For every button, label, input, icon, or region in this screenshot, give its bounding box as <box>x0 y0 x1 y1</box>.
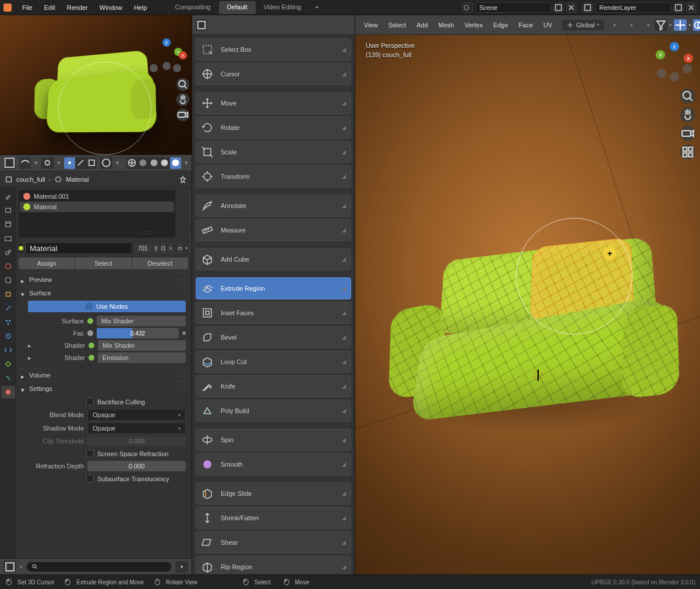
layer-new-button[interactable] <box>673 2 684 13</box>
material-slot[interactable]: Material.001 <box>20 191 174 202</box>
properties-search-input[interactable] <box>26 562 172 572</box>
panel-grip-icon[interactable]: :::: <box>178 373 186 378</box>
viewport-menu-uv[interactable]: UV <box>538 19 557 31</box>
workspace-default[interactable]: Default <box>219 1 256 14</box>
viewport-3d[interactable]: ViewSelectAddMeshVertexEdgeFaceUV Global… <box>355 15 700 574</box>
node-socket-icon[interactable] <box>87 318 93 324</box>
viewport-menu-face[interactable]: Face <box>514 19 538 31</box>
axis-neg-icon[interactable] <box>683 64 692 73</box>
tool-rip-region[interactable]: Rip Region <box>196 556 351 574</box>
extrude-gizmo-handle[interactable]: + <box>603 247 616 260</box>
shadow-mode-dropdown[interactable]: Opaque▾ <box>87 422 186 434</box>
camera-button[interactable] <box>176 108 189 121</box>
scene-browse-button[interactable] <box>462 2 473 13</box>
editor-type-button[interactable] <box>3 157 16 169</box>
new-material-button[interactable] <box>161 243 166 253</box>
list-grip-icon[interactable]: :::: <box>142 230 152 235</box>
material-slot-list[interactable]: Material.001 Material :::: <box>19 190 175 238</box>
axis-x-icon[interactable]: X <box>179 51 187 59</box>
tab-tool[interactable] <box>1 190 15 203</box>
tool-annotate[interactable]: Annotate <box>196 195 351 217</box>
tab-collection[interactable] <box>1 274 15 287</box>
preview-axis-gizmo[interactable]: Z Y X <box>150 38 183 72</box>
surface-panel-header[interactable]: ▾ Surface :::: <box>19 287 188 299</box>
workspace-compositing[interactable]: Compositing <box>167 1 219 14</box>
pan-button[interactable] <box>680 107 695 122</box>
tab-output[interactable] <box>1 218 15 231</box>
axis-neg-icon[interactable] <box>162 62 171 70</box>
axis-neg-icon[interactable] <box>173 64 181 72</box>
tool-move[interactable]: Move <box>196 92 351 114</box>
camera-view-button[interactable] <box>680 126 695 141</box>
tool-shrink-fatten[interactable]: Shrink/Fatten <box>196 507 351 529</box>
axis-z-icon[interactable]: Z <box>162 38 171 47</box>
axis-x-icon[interactable]: X <box>684 54 693 63</box>
breadcrumb-object[interactable]: couch_full <box>16 176 45 183</box>
preview-panel-header[interactable]: ▸ Preview :::: <box>19 273 188 286</box>
material-menu-button[interactable]: ▾ <box>189 213 192 224</box>
tool-shear[interactable]: Shear <box>196 531 351 553</box>
axis-neg-icon[interactable] <box>657 69 666 78</box>
deselect-button[interactable]: Deselect <box>132 258 188 269</box>
render-preview[interactable]: Z Y X <box>0 15 192 155</box>
use-nodes-button[interactable]: Use Nodes <box>28 301 186 312</box>
menu-window[interactable]: Window <box>94 2 128 13</box>
material-name-input[interactable] <box>26 242 132 254</box>
axis-z-icon[interactable]: Z <box>670 42 679 51</box>
tab-mesh[interactable] <box>1 358 15 371</box>
orientation-dropdown[interactable]: Global ▾ <box>562 20 604 30</box>
viewport-menu-view[interactable]: View <box>359 19 383 31</box>
menu-help[interactable]: Help <box>128 2 153 13</box>
volume-panel-header[interactable]: ▸ Volume :::: <box>19 369 188 382</box>
pivot-menu[interactable] <box>19 157 31 169</box>
workspace-add-button[interactable]: + <box>309 1 324 14</box>
tool-measure[interactable]: Measure <box>196 219 351 241</box>
viewport-menu-vertex[interactable]: Vertex <box>459 19 488 31</box>
refraction-depth-input[interactable]: 0.000 <box>87 461 186 471</box>
tab-world[interactable] <box>1 260 15 273</box>
blend-mode-dropdown[interactable]: Opaque▾ <box>87 409 186 421</box>
axis-y-icon[interactable]: Y <box>656 50 665 59</box>
viewport-menu-add[interactable]: Add <box>411 19 433 31</box>
panel-grip-icon[interactable]: :::: <box>178 277 186 283</box>
sst-checkbox[interactable] <box>86 475 94 482</box>
shading-wire-button[interactable] <box>126 157 137 169</box>
fac-slider[interactable]: 0.432 <box>97 328 179 338</box>
unlink-material-button[interactable] <box>168 243 174 253</box>
node-socket-icon[interactable] <box>89 355 94 361</box>
scene-delete-button[interactable] <box>566 2 577 13</box>
editor-type-selector[interactable] <box>3 561 16 573</box>
zoom-button[interactable] <box>680 89 695 104</box>
perspective-button[interactable] <box>680 144 695 160</box>
panel-grip-icon[interactable]: :::: <box>178 386 186 392</box>
tool-poly-build[interactable]: Poly Build <box>196 400 351 422</box>
material-users-count[interactable]: 701 <box>135 244 151 253</box>
pan-button[interactable] <box>176 93 189 106</box>
tool-rotate[interactable]: Rotate <box>196 117 351 139</box>
surface-shader-dropdown[interactable]: Mix Shader <box>97 316 186 326</box>
menu-render[interactable]: Render <box>61 2 94 13</box>
tool-edge-slide[interactable]: Edge Slide <box>196 482 351 505</box>
shading-texture-button[interactable] <box>159 157 170 169</box>
node-socket-icon[interactable] <box>87 330 93 336</box>
workspace-video-editing[interactable]: Video Editing <box>256 1 310 14</box>
tool-inset-faces[interactable]: Inset Faces <box>196 302 351 324</box>
fake-user-button[interactable] <box>154 243 159 253</box>
tool-add-cube[interactable]: Add Cube <box>196 248 351 270</box>
layer-browse-button[interactable] <box>582 2 593 13</box>
material-node-button[interactable] <box>178 243 183 253</box>
tab-object[interactable] <box>1 288 15 301</box>
overlays-button[interactable] <box>693 19 700 31</box>
material-move-up-button[interactable]: ▴ <box>189 232 192 242</box>
scene-new-button[interactable] <box>553 2 564 13</box>
tool-cursor[interactable]: Cursor <box>196 63 351 85</box>
viewport-mesh[interactable]: + <box>365 195 691 439</box>
keyframe-dot-icon[interactable] <box>182 331 186 335</box>
shader2-dropdown[interactable]: Emission <box>98 352 186 363</box>
material-move-down-button[interactable]: ▾ <box>189 244 192 254</box>
viewport-axis-gizmo[interactable]: Z Y X <box>653 41 694 82</box>
assign-button[interactable]: Assign <box>19 258 75 269</box>
cursor-3d-icon[interactable] <box>532 369 544 381</box>
expand-icon[interactable]: ▸ <box>28 342 34 350</box>
axis-y-icon[interactable]: Y <box>174 48 182 56</box>
